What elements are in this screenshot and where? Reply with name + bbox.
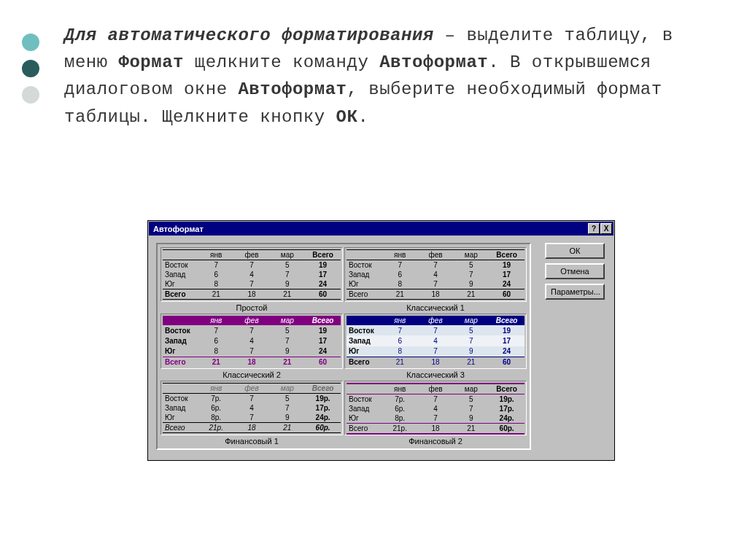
- format-preview[interactable]: янвфевмарВсегоВосток7р.7519р.Запад6р.471…: [160, 381, 343, 446]
- text-run: щелкните команду: [184, 52, 379, 72]
- instruction-paragraph: Для автоматического форматирования – выд…: [64, 22, 706, 131]
- close-button[interactable]: X: [600, 223, 612, 234]
- ok-button[interactable]: ОК: [545, 243, 605, 259]
- text-run: Автоформат: [238, 79, 347, 99]
- format-preview-tile: янвфевмарВсегоВосток77519Запад64717Юг879…: [344, 247, 527, 302]
- format-preview-tile: янвфевмарВсегоВосток77519Запад64717Юг879…: [160, 314, 343, 368]
- text-run: Автоформат: [379, 52, 488, 72]
- cancel-button[interactable]: Отмена: [545, 263, 605, 279]
- bullet-icon: [22, 34, 39, 51]
- format-preview[interactable]: янвфевмарВсегоВосток77519Запад64717Юг879…: [160, 247, 343, 312]
- format-preview-tile: янвфевмарВсегоВосток77519Запад64717Юг879…: [160, 247, 343, 302]
- format-preview-tile: янвфевмарВсегоВосток7р.7519р.Запад6р.471…: [160, 381, 343, 435]
- format-caption: Классический 2: [160, 370, 343, 379]
- text-run: ОК: [336, 107, 358, 127]
- dialog-titlebar: Автоформат ? X: [149, 222, 614, 236]
- format-preview[interactable]: янвфевмарВсегоВосток77519Запад64717Юг879…: [344, 247, 527, 312]
- text-run: Формат: [119, 52, 184, 72]
- list-bullets: [22, 34, 39, 112]
- text-run: Для автоматического форматирования: [64, 26, 434, 45]
- format-preview-panel: янвфевмарВсегоВосток77519Запад64717Юг879…: [156, 243, 531, 450]
- format-caption: Классический 3: [344, 370, 527, 379]
- help-button[interactable]: ?: [588, 223, 600, 234]
- dialog-title: Автоформат: [150, 225, 204, 233]
- format-caption: Простой: [160, 303, 343, 312]
- format-preview-tile: янвфевмарВсегоВосток7р.7519р.Запад6р.471…: [344, 381, 527, 435]
- bullet-icon: [22, 86, 39, 104]
- format-preview-tile: янвфевмарВсегоВосток77519Запад64717Юг879…: [344, 314, 527, 368]
- format-caption: Финансовый 1: [160, 437, 343, 446]
- format-preview[interactable]: янвфевмарВсегоВосток77519Запад64717Юг879…: [160, 314, 343, 378]
- bullet-icon: [22, 60, 39, 77]
- format-preview[interactable]: янвфевмарВсегоВосток7р.7519р.Запад6р.471…: [344, 381, 527, 446]
- format-preview[interactable]: янвфевмарВсегоВосток77519Запад64717Юг879…: [344, 314, 527, 378]
- page: Для автоматического форматирования – выд…: [0, 0, 747, 560]
- autoformat-dialog: Автоформат ? X янвфевмарВсегоВосток77519…: [147, 220, 615, 461]
- text-run: .: [357, 107, 368, 127]
- options-button[interactable]: Параметры...: [545, 284, 605, 300]
- format-caption: Классический 1: [344, 303, 527, 312]
- format-caption: Финансовый 2: [344, 437, 527, 446]
